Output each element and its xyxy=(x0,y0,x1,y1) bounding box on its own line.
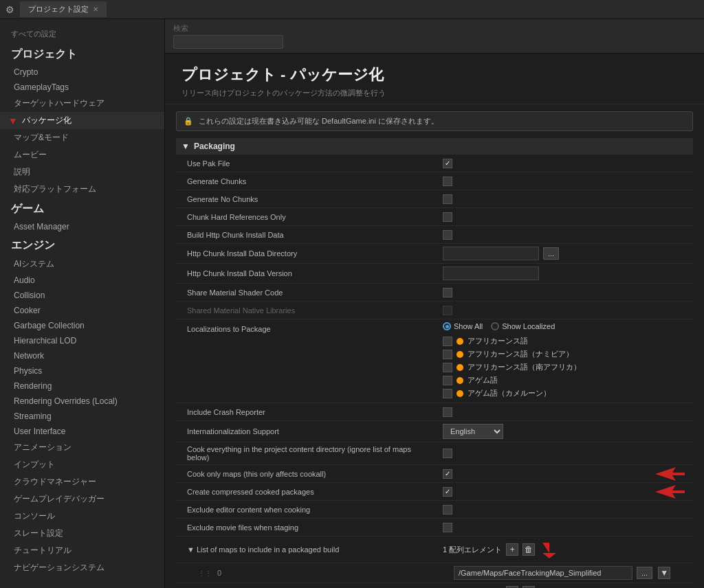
map-path-input-0[interactable] xyxy=(454,566,632,580)
close-icon[interactable]: ✕ xyxy=(93,5,98,13)
http-dir-input[interactable] xyxy=(443,247,539,260)
sidebar-item-gameplay-debugger[interactable]: ゲームプレイデバッガー xyxy=(0,490,164,508)
compressed-checkbox[interactable] xyxy=(443,487,452,497)
sidebar-item-tutorial[interactable]: チュートリアル xyxy=(0,542,164,559)
additional-asset-value: 0 配列エレメント + 🗑 xyxy=(437,583,693,588)
sidebar-item-movies[interactable]: ムービー xyxy=(0,146,164,163)
share-material-label: Share Material Shader Code xyxy=(176,286,437,299)
radio-show-all[interactable]: Show All xyxy=(443,322,483,330)
sidebar-item-collision[interactable]: Collision xyxy=(0,288,164,303)
setting-compressed: Create compressed cooked packages xyxy=(176,483,693,501)
crash-reporter-label: Include Crash Reporter xyxy=(176,405,437,419)
cook-everything-checkbox[interactable] xyxy=(443,449,452,458)
lang-2-checkbox[interactable] xyxy=(443,350,452,359)
lang-3-checkbox[interactable] xyxy=(443,363,452,372)
lang-1-dot xyxy=(456,338,463,345)
lang-item-3: アフリカーンス語（南アフリカ） xyxy=(443,361,688,374)
sidebar-item-asset-manager[interactable]: Asset Manager xyxy=(0,219,164,234)
exclude-editor-checkbox[interactable] xyxy=(443,505,452,514)
map-item-delete-0[interactable]: ▼ xyxy=(658,567,670,579)
sidebar-item-cloud[interactable]: クラウドマネージャー xyxy=(0,473,164,490)
sidebar-item-ui[interactable]: User Interface xyxy=(0,424,164,439)
radio-show-localized[interactable]: Show Localized xyxy=(491,322,555,330)
sidebar-item-input[interactable]: インプット xyxy=(0,456,164,473)
lang-item-1: アフリカーンス語 xyxy=(443,335,688,348)
drag-handle-icon: ⋮⋮ xyxy=(198,569,212,577)
sidebar-section-engine: エンジン xyxy=(0,234,164,256)
sidebar-item-network[interactable]: Network xyxy=(0,348,164,363)
map-list-header-value: 1 配列エレメント + 🗑 xyxy=(437,536,693,563)
http-version-input[interactable] xyxy=(443,267,539,280)
sidebar-item-rendering-overrides[interactable]: Rendering Overrides (Local) xyxy=(0,394,164,409)
lang-2-label: アフリカーンス語（ナミビア） xyxy=(468,349,573,359)
search-input[interactable] xyxy=(173,35,283,49)
info-bar: 🔒 これらの設定は現在書き込み可能な DefaultGame.ini に保存され… xyxy=(176,111,693,131)
sidebar-item-hlod[interactable]: Hierarchical LOD xyxy=(0,333,164,348)
sidebar-item-audio[interactable]: Audio xyxy=(0,273,164,288)
sidebar-item-description[interactable]: 説明 xyxy=(0,163,164,181)
sidebar: すべての設定 プロジェクト Crypto GameplayTags ターゲットハ… xyxy=(0,19,165,588)
setting-i18n: Internationalization Support English EFI… xyxy=(176,421,693,442)
sidebar-item-rendering[interactable]: Rendering xyxy=(0,378,164,394)
cook-only-maps-checkbox[interactable] xyxy=(443,469,452,479)
exclude-editor-value xyxy=(437,502,693,517)
localization-label: Localizations to Package xyxy=(176,319,437,337)
generate-chunks-checkbox[interactable] xyxy=(443,177,452,186)
sidebar-item-animation[interactable]: アニメーション xyxy=(0,439,164,456)
sidebar-item-gameplaytags[interactable]: GameplayTags xyxy=(0,80,164,95)
sidebar-item-platforms[interactable]: 対応プラットフォーム xyxy=(0,181,164,198)
crash-reporter-checkbox[interactable] xyxy=(443,407,452,417)
i18n-select[interactable]: English EFIGS EFIGSCJK CJK All xyxy=(443,424,503,439)
title-tab[interactable]: プロジェクト設定 ✕ xyxy=(20,1,107,17)
setting-generate-no-chunks: Generate No Chunks xyxy=(176,190,693,208)
lang-1-checkbox[interactable] xyxy=(443,337,452,346)
lang-4-checkbox[interactable] xyxy=(443,376,452,385)
generate-chunks-value xyxy=(437,174,693,189)
http-dir-browse-button[interactable]: ... xyxy=(543,247,559,260)
map-list-add-button[interactable]: + xyxy=(506,543,518,556)
generate-no-chunks-checkbox[interactable] xyxy=(443,194,452,204)
radio-show-localized-dot xyxy=(491,322,499,330)
info-text: これらの設定は現在書き込み可能な DefaultGame.ini に保存されます… xyxy=(199,116,439,126)
page-title: プロジェクト - パッケージ化 xyxy=(182,65,688,85)
i18n-label: Internationalization Support xyxy=(176,425,437,438)
map-path-browse-0[interactable]: ... xyxy=(637,567,652,579)
sidebar-item-slate[interactable]: スレート設定 xyxy=(0,525,164,542)
lang-3-label: アフリカーンス語（南アフリカ） xyxy=(468,362,581,372)
sidebar-item-maps-modes[interactable]: マップ&モード xyxy=(0,129,164,146)
setting-cook-everything: Cook everything in the project content d… xyxy=(176,442,693,465)
expand-arrow-icon: ▼ xyxy=(8,115,18,126)
http-version-label: Http Chunk Install Data Version xyxy=(176,267,437,280)
use-pak-checkbox[interactable] xyxy=(443,159,452,168)
sidebar-item-physics[interactable]: Physics xyxy=(0,363,164,378)
generate-no-chunks-label: Generate No Chunks xyxy=(176,192,437,206)
cook-only-maps-value xyxy=(437,466,693,482)
use-pak-value xyxy=(437,156,693,171)
sidebar-item-packaging[interactable]: ▼ パッケージ化 xyxy=(0,112,164,129)
lang-5-dot xyxy=(456,390,463,397)
chunk-hard-refs-checkbox[interactable] xyxy=(443,212,452,222)
share-material-checkbox[interactable] xyxy=(443,288,452,297)
sidebar-item-navigation[interactable]: ナビゲーションシステム xyxy=(0,559,164,576)
sidebar-item-crypto[interactable]: Crypto xyxy=(0,65,164,80)
sidebar-item-ai[interactable]: AIシステム xyxy=(0,256,164,273)
http-version-value xyxy=(437,264,693,283)
packaging-section-header[interactable]: ▼ Packaging xyxy=(176,138,693,155)
shared-native-label: Shared Material Native Libraries xyxy=(176,304,437,317)
exclude-movies-label: Exclude movie files when staging xyxy=(176,521,437,534)
sidebar-item-target-hardware[interactable]: ターゲットハードウェア xyxy=(0,95,164,112)
lang-item-2: アフリカーンス語（ナミビア） xyxy=(443,348,688,361)
sidebar-item-cooker[interactable]: Cooker xyxy=(0,303,164,318)
setting-use-pak-file: Use Pak File xyxy=(176,155,693,172)
build-http-checkbox[interactable] xyxy=(443,230,452,240)
map-list-delete-button[interactable]: 🗑 xyxy=(522,543,535,556)
sidebar-item-console[interactable]: コンソール xyxy=(0,508,164,525)
lang-5-checkbox[interactable] xyxy=(443,389,452,398)
sidebar-item-streaming[interactable]: Streaming xyxy=(0,409,164,424)
exclude-movies-checkbox[interactable] xyxy=(443,523,452,532)
tab-label: プロジェクト設定 xyxy=(28,4,89,14)
title-bar: ⚙ プロジェクト設定 ✕ xyxy=(0,0,704,19)
setting-exclude-editor: Exclude editor content when cooking xyxy=(176,501,693,519)
lang-5-label: アゲム語（カメルーン） xyxy=(468,388,551,398)
sidebar-item-gc[interactable]: Garbage Collection xyxy=(0,318,164,333)
